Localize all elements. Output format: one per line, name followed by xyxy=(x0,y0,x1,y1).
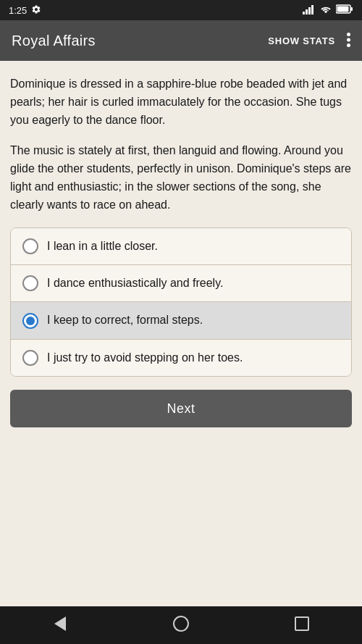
radio-4 xyxy=(22,350,38,366)
choice-item-1[interactable]: I lean in a little closer. xyxy=(11,228,351,265)
home-icon xyxy=(173,616,189,635)
app-bar-actions: SHOW STATS xyxy=(268,33,350,49)
back-button[interactable] xyxy=(38,611,82,640)
choices-container: I lean in a little closer. I dance enthu… xyxy=(10,227,352,377)
recents-button[interactable] xyxy=(280,611,324,640)
status-bar: 1:25 xyxy=(0,0,362,20)
story-paragraph-2: The music is stately at first, then lang… xyxy=(10,142,352,214)
signal-icon xyxy=(303,4,316,17)
wifi-icon xyxy=(320,5,332,16)
radio-inner-3 xyxy=(26,317,35,325)
choice-item-3[interactable]: I keep to correct, formal steps. xyxy=(11,302,351,339)
svg-point-8 xyxy=(347,38,350,41)
svg-rect-0 xyxy=(303,12,305,14)
gear-icon xyxy=(31,4,41,17)
svg-rect-1 xyxy=(306,9,308,14)
next-button[interactable]: Next xyxy=(10,390,352,427)
choice-text-4: I just try to avoid stepping on her toes… xyxy=(47,350,243,366)
radio-3 xyxy=(22,313,38,329)
status-left: 1:25 xyxy=(9,4,41,17)
nav-bar xyxy=(0,606,362,644)
svg-rect-6 xyxy=(337,7,349,12)
choice-text-2: I dance enthusiastically and freely. xyxy=(47,275,223,291)
svg-rect-2 xyxy=(308,7,311,14)
home-button[interactable] xyxy=(159,611,203,640)
status-time: 1:25 xyxy=(9,5,27,16)
app-title: Royal Affairs xyxy=(12,33,96,49)
more-vert-icon[interactable] xyxy=(347,33,350,49)
choice-item-4[interactable]: I just try to avoid stepping on her toes… xyxy=(11,340,351,376)
svg-rect-3 xyxy=(311,5,313,14)
choice-text-3: I keep to correct, formal steps. xyxy=(47,312,203,328)
choice-item-2[interactable]: I dance enthusiastically and freely. xyxy=(11,265,351,302)
radio-1 xyxy=(22,238,38,254)
app-bar: Royal Affairs SHOW STATS xyxy=(0,20,362,61)
svg-point-9 xyxy=(347,43,350,47)
status-right xyxy=(303,4,353,17)
svg-rect-5 xyxy=(351,7,353,11)
story-paragraph-1: Dominique is dressed in a sapphire-blue … xyxy=(10,75,352,129)
back-icon xyxy=(54,616,66,635)
svg-point-7 xyxy=(347,33,350,36)
choice-text-1: I lean in a little closer. xyxy=(47,238,158,254)
show-stats-button[interactable]: SHOW STATS xyxy=(268,35,335,46)
battery-icon xyxy=(336,4,353,16)
main-content: Dominique is dressed in a sapphire-blue … xyxy=(0,61,362,606)
radio-2 xyxy=(22,275,38,291)
recents-icon xyxy=(295,616,309,635)
